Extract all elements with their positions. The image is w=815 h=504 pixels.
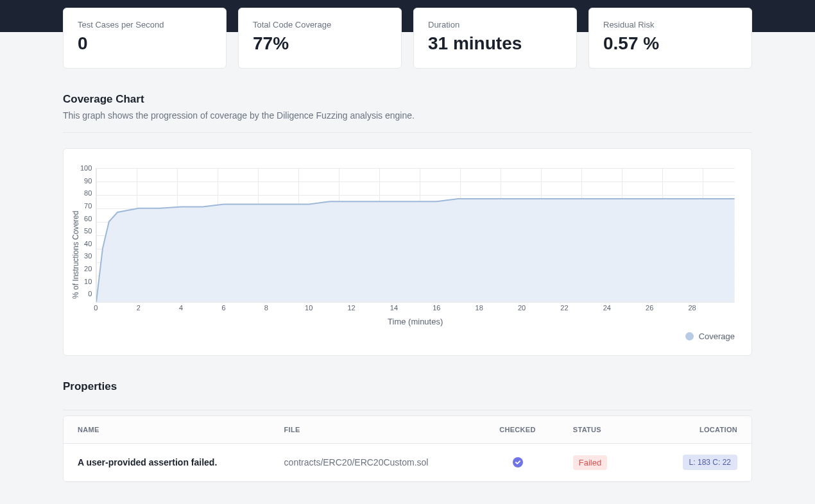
coverage-section-header: Coverage Chart This graph shows the prog…	[63, 93, 752, 133]
metric-label: Residual Risk	[603, 20, 737, 29]
table-row[interactable]: A user-provided assertion failed. contra…	[64, 444, 751, 482]
metrics-row: Test Cases per Second 0 Total Code Cover…	[63, 8, 752, 69]
main-content: Test Cases per Second 0 Total Code Cover…	[0, 8, 815, 482]
y-tick: 20	[84, 265, 92, 278]
x-tick: 10	[305, 304, 313, 312]
col-status[interactable]: STATUS	[559, 416, 655, 444]
y-ticks: 1009080706050403020100	[80, 164, 96, 303]
x-tick: 16	[433, 304, 440, 312]
x-tick: 0	[94, 304, 98, 312]
chart-legend: Coverage	[96, 332, 735, 341]
x-tick: 24	[603, 304, 611, 312]
cell-file: contracts/ERC20/ERC20Custom.sol	[270, 444, 477, 482]
col-checked[interactable]: CHECKED	[476, 416, 559, 444]
x-tick: 6	[221, 304, 225, 312]
y-tick: 80	[84, 189, 92, 202]
y-tick: 50	[84, 227, 92, 240]
coverage-chart-card: % of Instructions Covered 10090807060504…	[63, 148, 752, 356]
x-tick: 8	[264, 304, 268, 312]
properties-section-header: Properties	[63, 380, 752, 410]
y-tick: 30	[84, 252, 92, 265]
x-tick: 4	[179, 304, 183, 312]
properties-title: Properties	[63, 380, 752, 393]
coverage-title: Coverage Chart	[63, 93, 752, 106]
y-tick: 10	[84, 278, 92, 290]
metric-label: Total Code Coverage	[253, 20, 387, 29]
x-tick: 28	[688, 304, 696, 312]
metric-value: 0	[78, 32, 212, 55]
coverage-line-chart	[96, 168, 735, 302]
x-axis-label: Time (minutes)	[96, 317, 735, 326]
col-name[interactable]: NAME	[64, 416, 270, 444]
y-tick: 40	[84, 240, 92, 253]
metric-value: 0.57 %	[603, 32, 737, 55]
coverage-subtitle: This graph shows the progression of cove…	[63, 110, 752, 121]
metric-duration: Duration 31 minutes	[413, 8, 577, 69]
metric-tests-per-second: Test Cases per Second 0	[63, 8, 227, 69]
cell-status: Failed	[559, 444, 655, 482]
properties-table: NAME FILE CHECKED STATUS LOCATION A user…	[64, 416, 751, 482]
col-file[interactable]: FILE	[270, 416, 477, 444]
x-tick: 14	[390, 304, 398, 312]
properties-table-card: NAME FILE CHECKED STATUS LOCATION A user…	[63, 416, 752, 482]
chart-wrap: % of Instructions Covered 10090807060504…	[71, 168, 735, 341]
cell-location: L: 183 C: 22	[655, 444, 751, 482]
legend-dot-icon	[685, 332, 694, 340]
metric-residual-risk: Residual Risk 0.57 %	[588, 8, 752, 69]
checked-icon	[513, 457, 523, 467]
y-axis-label: % of Instructions Covered	[71, 168, 80, 341]
x-tick: 12	[347, 304, 355, 312]
x-ticks: 0246810121416182022242628	[96, 304, 735, 313]
y-tick: 100	[80, 164, 92, 177]
plot-area[interactable]	[96, 168, 735, 303]
cell-name: A user-provided assertion failed.	[64, 444, 270, 482]
x-tick: 18	[476, 304, 483, 312]
table-header-row: NAME FILE CHECKED STATUS LOCATION	[64, 416, 751, 444]
col-location[interactable]: LOCATION	[655, 416, 751, 444]
metric-code-coverage: Total Code Coverage 77%	[238, 8, 402, 69]
y-tick: 90	[84, 177, 92, 190]
y-tick: 0	[88, 290, 92, 303]
cell-checked	[476, 444, 559, 482]
metric-label: Test Cases per Second	[78, 20, 212, 29]
x-tick: 20	[518, 304, 526, 312]
location-badge[interactable]: L: 183 C: 22	[683, 455, 737, 470]
plot: 0246810121416182022242628 Time (minutes)…	[96, 168, 735, 341]
x-tick: 26	[646, 304, 653, 312]
metric-label: Duration	[428, 20, 562, 29]
y-tick: 70	[84, 202, 92, 215]
y-tick: 60	[84, 215, 92, 228]
x-tick: 2	[137, 304, 141, 312]
status-badge: Failed	[573, 455, 607, 470]
metric-value: 31 minutes	[428, 32, 562, 55]
legend-label: Coverage	[699, 332, 735, 341]
x-tick: 22	[560, 304, 568, 312]
metric-value: 77%	[253, 32, 387, 55]
